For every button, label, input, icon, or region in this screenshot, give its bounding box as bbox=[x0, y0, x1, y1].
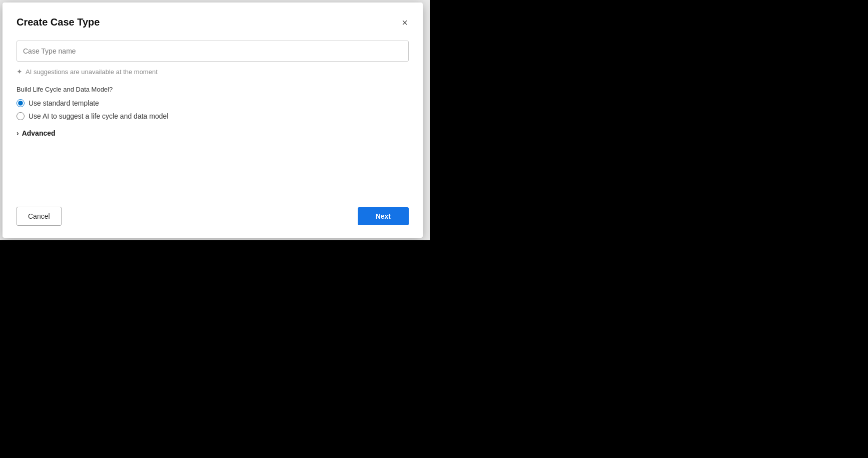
ai-suggestion-text: AI suggestions are unavailable at the mo… bbox=[26, 68, 158, 76]
radio-ai[interactable] bbox=[17, 112, 25, 120]
modal-header: Create Case Type × bbox=[17, 17, 409, 29]
next-button[interactable]: Next bbox=[358, 207, 409, 225]
radio-standard[interactable] bbox=[17, 99, 25, 107]
modal-title: Create Case Type bbox=[17, 17, 100, 28]
modal-footer: Cancel Next bbox=[17, 199, 409, 226]
ai-suggestion-bar: ✦ AI suggestions are unavailable at the … bbox=[17, 68, 409, 76]
modal-dialog: Create Case Type × ✦ AI suggestions are … bbox=[3, 3, 423, 238]
chevron-right-icon: › bbox=[17, 129, 19, 137]
radio-option-ai[interactable]: Use AI to suggest a life cycle and data … bbox=[17, 112, 409, 120]
modal-body: ✦ AI suggestions are unavailable at the … bbox=[17, 41, 409, 199]
radio-standard-label: Use standard template bbox=[29, 99, 99, 107]
radio-option-standard[interactable]: Use standard template bbox=[17, 99, 409, 107]
modal-overlay: Create Case Type × ✦ AI suggestions are … bbox=[0, 0, 430, 240]
radio-group: Use standard template Use AI to suggest … bbox=[17, 99, 409, 120]
ai-sparkle-icon: ✦ bbox=[17, 68, 23, 76]
radio-ai-label: Use AI to suggest a life cycle and data … bbox=[29, 112, 168, 120]
case-type-name-input[interactable] bbox=[17, 41, 409, 62]
build-lifecycle-question: Build Life Cycle and Data Model? bbox=[17, 86, 409, 93]
cancel-button[interactable]: Cancel bbox=[17, 207, 62, 226]
advanced-label: Advanced bbox=[22, 129, 56, 137]
advanced-section[interactable]: › Advanced bbox=[17, 129, 409, 137]
close-button[interactable]: × bbox=[401, 17, 409, 29]
